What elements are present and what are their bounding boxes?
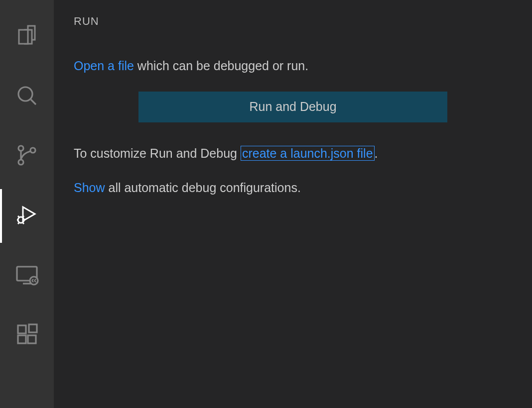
- customize-text: To customize Run and Debug create a laun…: [74, 144, 512, 163]
- run-panel: RUN Open a file which can be debugged or…: [54, 0, 532, 408]
- panel-body: Open a file which can be debugged or run…: [74, 57, 512, 198]
- show-suffix: all automatic debug configurations.: [105, 181, 301, 195]
- remote-explorer-icon: [15, 263, 39, 289]
- source-control-icon: [15, 143, 39, 169]
- svg-rect-16: [18, 335, 26, 343]
- search-icon: [15, 84, 39, 109]
- svg-line-1: [31, 100, 36, 104]
- svg-point-4: [30, 148, 35, 153]
- activity-source-control[interactable]: [0, 129, 54, 183]
- activity-run-debug[interactable]: [0, 189, 54, 243]
- activity-search[interactable]: [0, 70, 54, 123]
- show-link[interactable]: Show: [74, 181, 105, 195]
- activity-explorer[interactable]: [0, 10, 54, 64]
- svg-line-9: [23, 216, 24, 217]
- svg-line-8: [18, 216, 19, 217]
- run-and-debug-button[interactable]: Run and Debug: [138, 92, 447, 122]
- activity-extensions[interactable]: [0, 308, 54, 362]
- show-configs-text: Show all automatic debug configurations.: [74, 179, 512, 198]
- svg-point-14: [30, 277, 38, 285]
- open-file-text: Open a file which can be debugged or run…: [74, 57, 512, 76]
- open-file-link[interactable]: Open a file: [74, 59, 134, 73]
- open-file-suffix: which can be debugged or run.: [134, 59, 308, 73]
- customize-prefix: To customize Run and Debug: [74, 146, 241, 160]
- activity-remote-explorer[interactable]: [0, 249, 54, 303]
- svg-rect-17: [28, 335, 36, 343]
- svg-line-10: [18, 223, 19, 224]
- svg-point-3: [18, 160, 23, 165]
- svg-rect-15: [18, 325, 26, 333]
- run-debug-icon: [15, 203, 39, 229]
- create-launch-json-link[interactable]: create a launch.json file: [241, 146, 375, 161]
- svg-point-2: [18, 146, 23, 151]
- panel-title: RUN: [74, 15, 512, 28]
- svg-rect-18: [29, 324, 37, 332]
- activity-bar: [0, 0, 54, 408]
- customize-suffix: .: [375, 146, 378, 160]
- files-icon: [15, 24, 39, 50]
- svg-point-0: [18, 87, 32, 101]
- svg-line-11: [23, 223, 24, 224]
- extensions-icon: [15, 322, 39, 348]
